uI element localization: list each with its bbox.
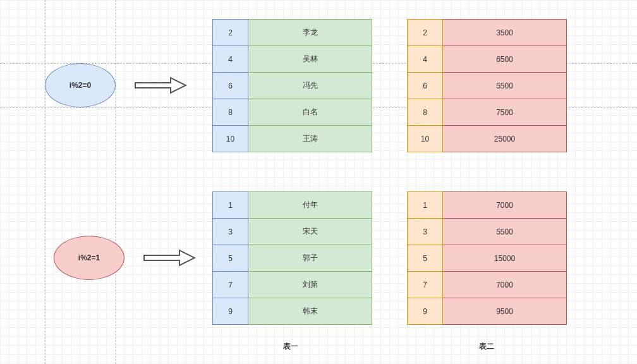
index-cell: 1: [213, 192, 248, 219]
condition-odd-label: i%2=1: [78, 253, 100, 262]
table-row: 9韩末: [213, 298, 372, 325]
value-cell: 李龙: [248, 20, 372, 46]
index-cell: 2: [213, 20, 248, 46]
value-cell: 25000: [443, 126, 567, 152]
index-cell: 9: [213, 298, 248, 325]
condition-even-label: i%2=0: [70, 81, 91, 90]
table-row: 7刘第: [213, 272, 372, 298]
table-row: 515000: [408, 245, 567, 272]
table-row: 6冯先: [213, 73, 372, 99]
index-cell: 7: [213, 272, 248, 298]
value-cell: 刘第: [248, 272, 372, 298]
table1-even: 2李龙 4吴林 6冯先 8白名 10王涛: [212, 19, 372, 152]
value-cell: 吴林: [248, 46, 372, 73]
table-row: 3宋天: [213, 219, 372, 245]
index-cell: 8: [408, 99, 443, 126]
condition-odd-ellipse: i%2=1: [54, 236, 124, 280]
table-row: 2李龙: [213, 20, 372, 46]
condition-even-ellipse: i%2=0: [45, 63, 116, 107]
table2-caption: 表二: [455, 341, 518, 352]
table-row: 5郭子: [213, 245, 372, 272]
index-cell: 5: [213, 245, 248, 272]
index-cell: 1: [408, 192, 443, 219]
table1-caption: 表一: [259, 341, 322, 352]
arrow-even: [134, 76, 187, 94]
index-cell: 4: [213, 46, 248, 73]
value-cell: 3500: [443, 20, 567, 46]
value-cell: 付年: [248, 192, 372, 219]
arrow-odd: [143, 249, 196, 267]
index-cell: 4: [408, 46, 443, 73]
table2-odd: 17000 35500 515000 77000 99500: [407, 191, 567, 325]
index-cell: 6: [213, 73, 248, 99]
value-cell: 冯先: [248, 73, 372, 99]
table-row: 23500: [408, 20, 567, 46]
index-cell: 3: [408, 219, 443, 245]
value-cell: 9500: [443, 298, 567, 325]
index-cell: 10: [408, 126, 443, 152]
value-cell: 宋天: [248, 219, 372, 245]
index-cell: 3: [213, 219, 248, 245]
value-cell: 王涛: [248, 126, 372, 152]
index-cell: 7: [408, 272, 443, 298]
table2-even: 23500 46500 65500 87500 1025000: [407, 19, 567, 152]
table-row: 17000: [408, 192, 567, 219]
index-cell: 6: [408, 73, 443, 99]
value-cell: 5500: [443, 219, 567, 245]
index-cell: 2: [408, 20, 443, 46]
table-row: 87500: [408, 99, 567, 126]
value-cell: 7000: [443, 192, 567, 219]
table-row: 99500: [408, 298, 567, 325]
value-cell: 韩末: [248, 298, 372, 325]
table-row: 1付年: [213, 192, 372, 219]
table-row: 46500: [408, 46, 567, 73]
table-row: 65500: [408, 73, 567, 99]
index-cell: 5: [408, 245, 443, 272]
table-row: 4吴林: [213, 46, 372, 73]
table-row: 1025000: [408, 126, 567, 152]
table-row: 8白名: [213, 99, 372, 126]
value-cell: 5500: [443, 73, 567, 99]
table-row: 10王涛: [213, 126, 372, 152]
value-cell: 15000: [443, 245, 567, 272]
index-cell: 10: [213, 126, 248, 152]
table-row: 77000: [408, 272, 567, 298]
value-cell: 白名: [248, 99, 372, 126]
index-cell: 9: [408, 298, 443, 325]
table-row: 35500: [408, 219, 567, 245]
value-cell: 7000: [443, 272, 567, 298]
value-cell: 7500: [443, 99, 567, 126]
value-cell: 6500: [443, 46, 567, 73]
value-cell: 郭子: [248, 245, 372, 272]
table1-odd: 1付年 3宋天 5郭子 7刘第 9韩末: [212, 191, 372, 325]
index-cell: 8: [213, 99, 248, 126]
